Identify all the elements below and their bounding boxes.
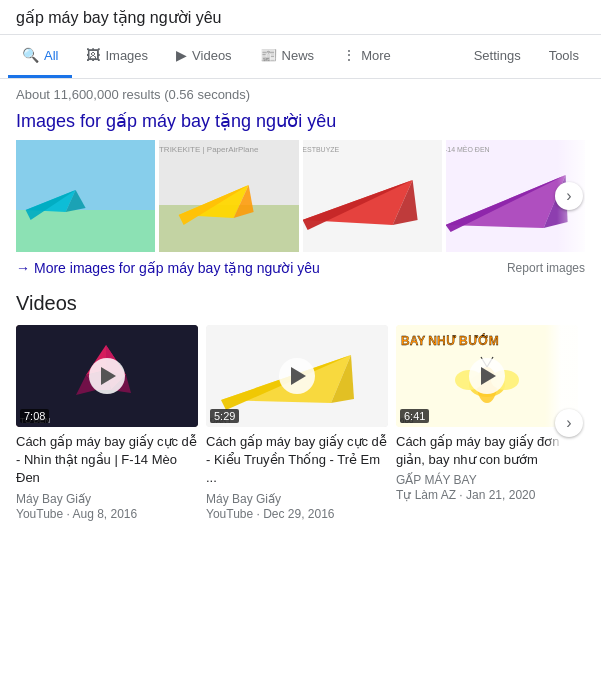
images-footer: → More images for gấp máy bay tặng người… (16, 260, 585, 276)
play-button-3 (469, 358, 505, 394)
svg-text:STRIKEKITE | PaperAirPlane: STRIKEKITE | PaperAirPlane (159, 145, 259, 154)
video-duration-3: 6:41 (400, 409, 429, 423)
play-button-1 (89, 358, 125, 394)
tab-images-label: Images (105, 48, 148, 63)
tab-news[interactable]: 📰 News (246, 35, 329, 78)
videos-row: TÔ ĐEN 7:08 Cách gấp máy bay giấy cực dễ… (16, 325, 585, 521)
svg-text:BAY NHƯ BƯỚM: BAY NHƯ BƯỚM (401, 333, 499, 348)
report-images-link[interactable]: Report images (507, 261, 585, 275)
images-icon: 🖼 (86, 47, 100, 63)
tab-all-label: All (44, 48, 58, 63)
tab-more-label: More (361, 48, 391, 63)
more-images-label: More images for gấp máy bay tặng người y… (34, 260, 320, 276)
video-channel-1: Máy Bay Giấy (16, 492, 198, 506)
tab-videos[interactable]: ▶ Videos (162, 35, 246, 78)
tab-videos-label: Videos (192, 48, 232, 63)
tab-tools[interactable]: Tools (535, 36, 593, 78)
news-icon: 📰 (260, 47, 277, 63)
images-grid: STRIKEKITE | PaperAirPlane BESTBUYZE (16, 140, 585, 252)
search-input[interactable] (16, 8, 573, 26)
video-channel-2: Máy Bay Giấy (206, 492, 388, 506)
video-thumb-1: TÔ ĐEN 7:08 (16, 325, 198, 427)
images-section: Images for gấp máy bay tặng người yêu (0, 110, 601, 284)
tab-news-label: News (282, 48, 315, 63)
image-thumb-2[interactable]: STRIKEKITE | PaperAirPlane (159, 140, 298, 252)
all-icon: 🔍 (22, 47, 39, 63)
tab-settings[interactable]: Settings (460, 36, 535, 78)
video-source-1: YouTube · Aug 8, 2016 (16, 507, 198, 521)
more-icon: ⋮ (342, 47, 356, 63)
images-section-header: Images for gấp máy bay tặng người yêu (16, 110, 585, 132)
svg-rect-1 (16, 210, 155, 252)
results-count: About 11,600,000 results (0.56 seconds) (16, 87, 250, 102)
image-1-content (16, 140, 155, 252)
svg-text:BESTBUYZE: BESTBUYZE (303, 146, 340, 153)
nav-tabs: 🔍 All 🖼 Images ▶ Videos 📰 News ⋮ More Se… (0, 35, 601, 79)
video-source-2: YouTube · Dec 29, 2016 (206, 507, 388, 521)
videos-next-chevron[interactable]: › (555, 409, 583, 437)
video-duration-1: 7:08 (20, 409, 49, 423)
tab-more[interactable]: ⋮ More (328, 35, 405, 78)
video-title-1: Cách gấp máy bay giấy cực dễ - Nhìn thật… (16, 433, 198, 488)
video-title-2: Cách gấp máy bay giấy cực dễ - Kiểu Truy… (206, 433, 388, 488)
video-duration-2: 5:29 (210, 409, 239, 423)
arrow-right-icon: → (16, 260, 30, 276)
videos-header: Videos (16, 292, 585, 315)
svg-text:F-14 MÈO ĐEN: F-14 MÈO ĐEN (446, 145, 490, 153)
video-card-1[interactable]: TÔ ĐEN 7:08 Cách gấp máy bay giấy cực dễ… (16, 325, 198, 521)
video-card-2[interactable]: DART 5:29 Cách gấp máy bay giấy cực dễ -… (206, 325, 388, 521)
search-bar (0, 0, 601, 35)
videos-section: Videos TÔ ĐEN (0, 284, 601, 521)
image-thumb-1[interactable] (16, 140, 155, 252)
search-icons (573, 8, 585, 26)
videos-row-wrapper: TÔ ĐEN 7:08 Cách gấp máy bay giấy cực dễ… (16, 325, 585, 521)
video-info-2: Cách gấp máy bay giấy cực dễ - Kiểu Truy… (206, 427, 388, 521)
play-button-2 (279, 358, 315, 394)
video-info-1: Cách gấp máy bay giấy cực dễ - Nhìn thật… (16, 427, 198, 521)
more-images-link[interactable]: → More images for gấp máy bay tặng người… (16, 260, 320, 276)
image-thumb-4[interactable]: F-14 MÈO ĐEN › (446, 140, 585, 252)
image-2-content: STRIKEKITE | PaperAirPlane (159, 140, 298, 252)
image-thumb-3[interactable]: BESTBUYZE (303, 140, 442, 252)
videos-chevron-area: › (545, 325, 585, 521)
results-info: About 11,600,000 results (0.56 seconds) (0, 79, 601, 110)
video-thumb-2: DART 5:29 (206, 325, 388, 427)
images-next-chevron[interactable]: › (555, 182, 583, 210)
image-3-content: BESTBUYZE (303, 140, 442, 252)
tab-tools-label: Tools (549, 48, 579, 63)
tab-images[interactable]: 🖼 Images (72, 35, 162, 78)
tab-settings-label: Settings (474, 48, 521, 63)
nav-right-tabs: Settings Tools (460, 36, 593, 78)
tab-all[interactable]: 🔍 All (8, 35, 72, 78)
videos-icon: ▶ (176, 47, 187, 63)
